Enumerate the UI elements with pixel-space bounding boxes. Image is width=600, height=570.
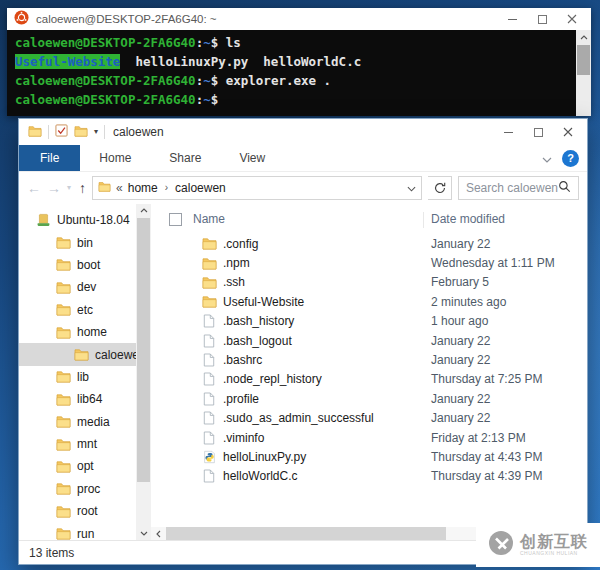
file-icon bbox=[201, 334, 217, 348]
forward-button[interactable]: → bbox=[47, 181, 61, 195]
address-bar[interactable]: « home › caloewen bbox=[92, 176, 422, 200]
terminal-text-segment: $ bbox=[211, 92, 219, 107]
file-row[interactable]: Useful-Website2 minutes ago bbox=[151, 292, 587, 311]
file-icon bbox=[201, 411, 217, 425]
tab-view[interactable]: View bbox=[220, 145, 284, 171]
scroll-down-icon[interactable] bbox=[136, 527, 151, 540]
explorer-close-button[interactable] bbox=[553, 119, 583, 145]
sidebar-item-label: home bbox=[77, 325, 107, 339]
file-row[interactable]: helloWorldC.cThursday at 4:39 PM bbox=[151, 467, 587, 486]
file-date-modified: January 22 bbox=[431, 353, 490, 367]
breadcrumb-overflow[interactable]: « bbox=[116, 181, 123, 195]
file-date-modified: Thursday at 4:43 PM bbox=[431, 450, 542, 464]
sidebar-item-opt[interactable]: opt bbox=[19, 455, 136, 477]
tree-scroll-thumb[interactable] bbox=[137, 218, 150, 482]
explorer-app-icon bbox=[28, 123, 42, 141]
column-header-date-modified[interactable]: Date modified bbox=[431, 212, 505, 226]
file-row[interactable]: .viminfoFriday at 2:13 PM bbox=[151, 428, 587, 447]
folder-icon bbox=[56, 438, 71, 451]
sidebar-item-proc[interactable]: proc bbox=[19, 478, 136, 500]
terminal-window: caloewen@DESKTOP-2FA6G40: ~ caloewen@DES… bbox=[7, 8, 591, 116]
sidebar-item-mnt[interactable]: mnt bbox=[19, 433, 136, 455]
tree-scrollbar[interactable] bbox=[136, 204, 151, 540]
file-icon bbox=[201, 372, 217, 386]
sidebar-item-run[interactable]: run bbox=[19, 522, 136, 540]
sidebar-item-label: bin bbox=[77, 236, 93, 250]
tab-file[interactable]: File bbox=[19, 145, 80, 171]
sidebar-item-media[interactable]: media bbox=[19, 411, 136, 433]
column-header-row: Name Date modified bbox=[151, 204, 587, 234]
explorer-titlebar[interactable]: ▾ caloewen bbox=[19, 119, 587, 145]
terminal-text-segment: caloewen@DESKTOP-2FA6G40 bbox=[15, 92, 196, 107]
file-date-modified: January 22 bbox=[431, 334, 490, 348]
file-list-pane: Name Date modified .configJanuary 22.npm… bbox=[151, 204, 587, 540]
explorer-minimize-button[interactable] bbox=[493, 119, 523, 145]
address-bar-row: ← → ▾ ↑ « home › caloewen Searc bbox=[19, 172, 587, 203]
scroll-up-icon[interactable] bbox=[136, 204, 151, 217]
folder-icon bbox=[201, 295, 217, 308]
file-row[interactable]: .sudo_as_admin_successfulJanuary 22 bbox=[151, 409, 587, 428]
sidebar-item-home[interactable]: home bbox=[19, 321, 136, 343]
explorer-maximize-button[interactable] bbox=[523, 119, 553, 145]
folder-icon bbox=[56, 505, 71, 518]
expand-ribbon-icon[interactable] bbox=[542, 149, 552, 167]
terminal-titlebar[interactable]: caloewen@DESKTOP-2FA6G40: ~ bbox=[7, 8, 591, 30]
recent-locations-icon[interactable]: ▾ bbox=[67, 183, 71, 192]
folder-icon bbox=[56, 236, 71, 249]
up-button[interactable]: ↑ bbox=[79, 181, 86, 195]
sidebar-item-caloewen[interactable]: caloewen bbox=[19, 343, 136, 365]
watermark-text: 创新互联 bbox=[520, 533, 588, 551]
sidebar-item-label: Ubuntu-18.04 bbox=[57, 213, 130, 227]
scroll-up-icon[interactable] bbox=[576, 30, 591, 44]
file-name: .ssh bbox=[223, 275, 245, 289]
column-header-name[interactable]: Name bbox=[193, 212, 225, 226]
sidebar-item-etc[interactable]: etc bbox=[19, 299, 136, 321]
file-row[interactable]: .node_repl_historyThursday at 7:25 PM bbox=[151, 370, 587, 389]
file-row[interactable]: .npmWednesday at 1:11 PM bbox=[151, 253, 587, 272]
breadcrumb-home[interactable]: home bbox=[128, 181, 158, 195]
terminal-text-segment: caloewen@DESKTOP-2FA6G40 bbox=[15, 73, 196, 88]
terminal-close-button[interactable] bbox=[557, 8, 587, 30]
qat-customize-icon[interactable]: ▾ bbox=[94, 128, 98, 136]
terminal-text-segment: $ ls bbox=[211, 35, 241, 50]
sidebar-item-lib64[interactable]: lib64 bbox=[19, 388, 136, 410]
terminal-maximize-button[interactable] bbox=[527, 8, 557, 30]
help-icon[interactable]: ? bbox=[562, 150, 579, 167]
terminal-scroll-thumb[interactable] bbox=[577, 45, 590, 75]
tab-home[interactable]: Home bbox=[80, 145, 150, 171]
file-date-modified: January 22 bbox=[431, 392, 490, 406]
file-row[interactable]: .configJanuary 22 bbox=[151, 234, 587, 253]
sidebar-item-ubuntu-18.04[interactable]: Ubuntu-18.04 bbox=[19, 209, 136, 231]
file-row[interactable]: .bashrcJanuary 22 bbox=[151, 350, 587, 369]
sidebar-item-dev[interactable]: dev bbox=[19, 276, 136, 298]
file-row[interactable]: .bash_history1 hour ago bbox=[151, 312, 587, 331]
file-row[interactable]: .sshFebruary 5 bbox=[151, 273, 587, 292]
tab-share[interactable]: Share bbox=[150, 145, 220, 171]
refresh-button[interactable] bbox=[428, 176, 452, 200]
terminal-scrollbar[interactable] bbox=[576, 30, 591, 116]
sidebar-item-label: boot bbox=[77, 258, 100, 272]
search-icon[interactable] bbox=[558, 180, 571, 196]
properties-check-icon[interactable] bbox=[55, 123, 68, 141]
new-folder-icon[interactable] bbox=[74, 123, 88, 141]
file-date-modified: 1 hour ago bbox=[431, 314, 488, 328]
search-input[interactable]: Search caloewen bbox=[458, 176, 579, 200]
file-date-modified: January 22 bbox=[431, 411, 490, 425]
file-row[interactable]: .profileJanuary 22 bbox=[151, 389, 587, 408]
breadcrumb-caloewen[interactable]: caloewen bbox=[175, 181, 226, 195]
sidebar-item-root[interactable]: root bbox=[19, 500, 136, 522]
file-row[interactable]: .bash_logoutJanuary 22 bbox=[151, 331, 587, 350]
select-all-checkbox[interactable] bbox=[169, 213, 182, 226]
watermark-badge: 创新互联 CHUANGXIN HULIAN bbox=[476, 523, 600, 567]
file-row[interactable]: helloLinuxPy.pyThursday at 4:43 PM bbox=[151, 447, 587, 466]
address-dropdown-icon[interactable] bbox=[407, 181, 416, 195]
sidebar-item-bin[interactable]: bin bbox=[19, 231, 136, 253]
horizontal-scroll-thumb[interactable] bbox=[166, 527, 446, 540]
sidebar-item-boot[interactable]: boot bbox=[19, 254, 136, 276]
sidebar-item-lib[interactable]: lib bbox=[19, 366, 136, 388]
terminal-output[interactable]: caloewen@DESKTOP-2FA6G40:~$ lsUseful-Web… bbox=[7, 30, 576, 116]
terminal-minimize-button[interactable] bbox=[497, 8, 527, 30]
file-name: Useful-Website bbox=[223, 295, 304, 309]
back-button[interactable]: ← bbox=[27, 181, 41, 195]
scroll-left-icon[interactable] bbox=[151, 530, 166, 538]
